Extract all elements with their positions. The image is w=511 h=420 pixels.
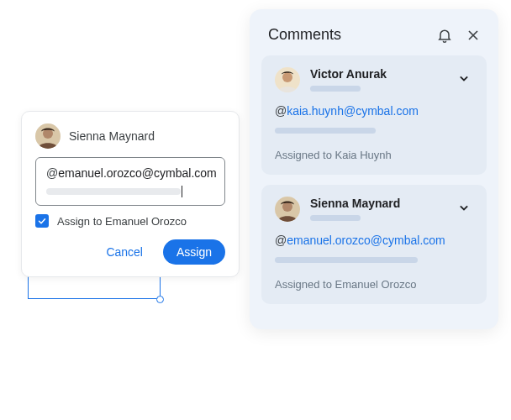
- comment-mention[interactable]: @emanuel.orozco@cymbal.com: [275, 234, 473, 247]
- avatar: [275, 197, 300, 222]
- comment-author: Victor Anurak: [310, 67, 445, 81]
- at-symbol: @: [275, 234, 287, 247]
- mention-text: @emanuel.orozco@cymbal.com: [46, 166, 214, 180]
- comment-mention[interactable]: @kaia.huynh@cymbal.com: [275, 104, 473, 118]
- chevron-down-icon[interactable]: [455, 69, 473, 87]
- comment-card: Victor Anurak @kaia.huynh@cymbal.com Ass…: [261, 55, 487, 175]
- comment-head-text: Victor Anurak: [310, 67, 445, 92]
- panel-header: Comments: [261, 23, 487, 55]
- comment-card: Sienna Maynard @emanuel.orozco@cymbal.co…: [261, 185, 487, 304]
- mention-email: emanuel.orozco@cymbal.com: [58, 166, 217, 180]
- body-placeholder-line: [275, 257, 418, 263]
- assign-button[interactable]: Assign: [163, 239, 225, 265]
- compose-header: Sienna Maynard: [35, 123, 225, 149]
- compose-actions: Cancel Assign: [35, 239, 225, 265]
- compose-comment-card: Sienna Maynard @emanuel.orozco@cymbal.co…: [21, 111, 240, 277]
- comment-author: Sienna Maynard: [310, 197, 445, 210]
- at-symbol: @: [275, 104, 287, 118]
- close-icon[interactable]: [465, 27, 482, 44]
- comments-panel: Comments: [250, 9, 498, 329]
- assign-label: Assign to Emanuel Orozco: [57, 215, 187, 228]
- input-placeholder-line: [46, 188, 181, 195]
- mention-email: kaia.huynh@cymbal.com: [287, 104, 419, 118]
- body-placeholder-line: [275, 128, 376, 134]
- assign-checkbox-row[interactable]: Assign to Emanuel Orozco: [35, 214, 225, 228]
- chevron-down-icon[interactable]: [455, 198, 473, 217]
- compose-author: Sienna Maynard: [69, 129, 155, 143]
- mention-email: emanuel.orozco@cymbal.com: [287, 234, 445, 247]
- assigned-to-text: Assigned to Emanuel Orozco: [275, 278, 473, 291]
- selection-handle[interactable]: [156, 296, 164, 303]
- svg-point-3: [282, 72, 292, 82]
- assigned-to-text: Assigned to Kaia Huynh: [275, 149, 473, 161]
- timestamp-placeholder: [310, 86, 361, 92]
- comment-header: Victor Anurak: [275, 67, 473, 92]
- comment-input[interactable]: @emanuel.orozco@cymbal.com: [35, 157, 225, 206]
- at-symbol: @: [46, 166, 58, 180]
- bell-icon[interactable]: [436, 27, 453, 44]
- assign-checkbox[interactable]: [35, 214, 49, 228]
- avatar: [35, 123, 61, 149]
- avatar: [275, 67, 300, 92]
- cancel-button[interactable]: Cancel: [92, 239, 156, 265]
- panel-title: Comments: [268, 26, 341, 44]
- timestamp-placeholder: [310, 215, 361, 221]
- panel-header-icons: [436, 27, 482, 44]
- comment-header: Sienna Maynard: [275, 197, 473, 222]
- comment-head-text: Sienna Maynard: [310, 197, 445, 221]
